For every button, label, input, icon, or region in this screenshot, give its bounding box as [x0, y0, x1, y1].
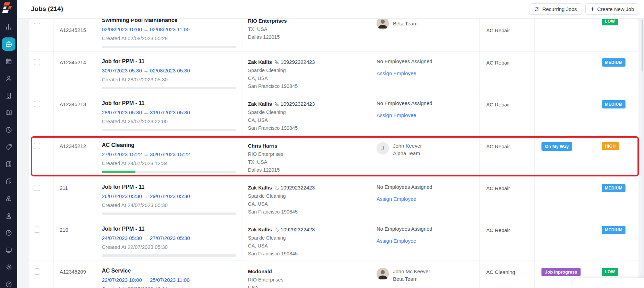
assign-employee-link[interactable]: Assign Employee — [377, 196, 416, 202]
sidebar-item-building[interactable] — [0, 87, 17, 104]
assign-employee-link[interactable]: Assign Employee — [377, 70, 416, 76]
job-schedule[interactable]: 02/08/2023 10:00 → 02/08/2023 11:00 — [102, 26, 236, 32]
customer-phone[interactable]: 109292322423 — [274, 227, 315, 232]
sidebar-item-tags[interactable] — [0, 138, 17, 155]
job-title[interactable]: AC Cleaning — [102, 142, 236, 148]
customer-region: USA — [248, 284, 367, 288]
pie-chart-icon — [5, 229, 12, 237]
sidebar-item-calendar[interactable] — [0, 53, 17, 70]
scrollbar-thumb[interactable] — [642, 20, 643, 71]
sidebar-item-display[interactable] — [0, 241, 17, 258]
assign-employee-link[interactable]: Assign Employee — [377, 238, 416, 244]
help-icon — [5, 281, 12, 288]
customer-phone[interactable]: 109292322423 — [274, 185, 315, 191]
floating-widget[interactable] — [573, 278, 644, 288]
job-id: A12345209 — [60, 269, 86, 275]
sidebar-item-map[interactable] — [0, 104, 17, 121]
create-new-job-label: Create New Job — [597, 6, 634, 12]
job-schedule[interactable]: 26/07/2023 05:30 → 29/07/2023 05:30 — [102, 193, 236, 199]
header-actions: Recurring Jobs + Create New Job — [529, 3, 639, 15]
customer-name[interactable]: Chris Harris — [248, 143, 277, 149]
table-row[interactable]: A12345209 AC Service 22/07/2023 10:00 → … — [29, 261, 639, 288]
employee-team: Alpha Team — [393, 150, 422, 156]
job-title[interactable]: Job for PPM - 11 — [102, 100, 236, 106]
sidebar-item-help[interactable] — [0, 276, 17, 288]
row-checkbox[interactable] — [34, 227, 40, 233]
job-title[interactable]: AC Service — [102, 268, 236, 274]
customer-region: CA, USA — [248, 242, 367, 250]
customer-region: CA, USA — [248, 116, 367, 124]
customer-region: TX, USA — [248, 158, 367, 166]
assign-employee-link[interactable]: Assign Employee — [377, 112, 416, 118]
app-logo[interactable] — [0, 0, 17, 18]
sidebar-item-customers[interactable] — [0, 70, 17, 87]
avatar — [377, 268, 389, 280]
sidebar-item-bar-chart[interactable] — [0, 18, 17, 35]
customer-name[interactable]: Mcdonald — [248, 268, 272, 274]
row-checkbox[interactable] — [34, 185, 40, 191]
row-checkbox[interactable] — [34, 59, 40, 65]
table-row[interactable]: A12345213 Job for PPM - 11 28/07/2023 05… — [29, 93, 639, 135]
no-employee-text: No Employees Assigned — [377, 226, 475, 232]
job-progress-fill — [102, 171, 135, 173]
phone-icon — [274, 185, 279, 190]
job-created-at: Created At 24/07/2023 05:30 — [102, 202, 236, 208]
job-type: AC Repair — [486, 27, 510, 33]
customer-name[interactable]: Zak Kallis — [248, 185, 272, 191]
job-title[interactable]: Job for PPM - 11 — [102, 226, 236, 232]
sidebar-item-reports[interactable] — [0, 224, 17, 241]
customer-name[interactable]: Zak Kallis — [248, 59, 272, 65]
customer-name[interactable]: RIO Enterprises — [248, 19, 287, 24]
job-progress-bar — [102, 87, 236, 89]
customer-name[interactable]: Zak Kallis — [248, 101, 272, 107]
job-schedule[interactable]: 28/07/2023 05:30 → 31/07/2023 05:30 — [102, 110, 236, 115]
job-id: A12345215 — [60, 27, 86, 33]
job-title[interactable]: Swimming Pool Maintenance — [102, 19, 236, 23]
table-row[interactable]: 211 Job for PPM - 11 26/07/2023 05:30 → … — [29, 177, 639, 219]
phone-icon — [274, 60, 279, 65]
priority-badge: LOW — [602, 268, 618, 276]
job-schedule[interactable]: 27/07/2023 15:22 → 30/07/2023 15:22 — [102, 151, 236, 157]
customer-region: CA, USA — [248, 200, 367, 208]
phone-icon — [274, 227, 279, 232]
job-progress-bar — [102, 171, 236, 173]
vertical-scrollbar[interactable] — [641, 18, 644, 288]
no-employee-text: No Employees Assigned — [377, 58, 475, 64]
row-checkbox[interactable] — [34, 143, 40, 149]
table-row[interactable]: 210 Job for PPM - 11 24/07/2023 05:30 → … — [29, 219, 639, 261]
row-checkbox[interactable] — [34, 101, 40, 107]
sidebar-item-jobs[interactable] — [0, 35, 17, 53]
sidebar-item-inventory[interactable] — [0, 190, 17, 207]
job-title[interactable]: Job for PPM - 11 — [102, 184, 236, 190]
page-header: Jobs (214) Recurring Jobs + Create New J… — [17, 0, 644, 18]
employee-team: Beta Team — [393, 276, 430, 282]
sidebar-item-estimates[interactable] — [0, 155, 17, 173]
recurring-jobs-button[interactable]: Recurring Jobs — [529, 3, 582, 15]
sidebar-item-teams[interactable] — [0, 207, 17, 224]
row-checkbox[interactable] — [34, 268, 40, 275]
job-id: A12345212 — [60, 143, 86, 149]
customer-name[interactable]: Zak Kallis — [248, 227, 272, 232]
priority-badge: HIGH — [602, 142, 619, 150]
job-schedule[interactable]: 30/07/2023 05:30 → 02/08/2023 05:30 — [102, 68, 236, 73]
table-row[interactable]: A12345215 Swimming Pool Maintenance 02/0… — [29, 19, 639, 51]
job-title[interactable]: Job for PPM - 11 — [102, 58, 236, 65]
job-type: AC Repair — [486, 227, 510, 233]
job-type: AC Cleaning — [486, 269, 515, 275]
job-id: A12345213 — [60, 101, 86, 107]
priority-badge: MEDIUM — [602, 100, 625, 108]
sidebar-item-settings[interactable] — [0, 258, 17, 276]
sidebar-item-timesheet[interactable] — [0, 121, 17, 138]
customer-region: TX, USA — [248, 25, 367, 33]
customer-phone[interactable]: 109292322423 — [274, 59, 315, 65]
create-new-job-button[interactable]: + Create New Job — [585, 3, 639, 15]
job-schedule[interactable]: 24/07/2023 05:30 → 27/07/2023 05:30 — [102, 235, 236, 241]
job-schedule[interactable]: 22/07/2023 10:00 → 25/07/2023 11:00 — [102, 277, 236, 283]
job-created-at: Created At 24/07/2023 12:34 — [102, 160, 236, 166]
table-row[interactable]: A12345214 Job for PPM - 11 30/07/2023 05… — [29, 51, 639, 93]
sidebar-item-documents[interactable] — [0, 173, 17, 190]
customer-phone[interactable]: 109292322423 — [274, 101, 315, 107]
job-id: 210 — [60, 227, 68, 233]
row-checkbox[interactable] — [34, 19, 40, 24]
table-row-highlighted[interactable]: A12345212 AC Cleaning 27/07/2023 15:22 →… — [29, 135, 639, 177]
